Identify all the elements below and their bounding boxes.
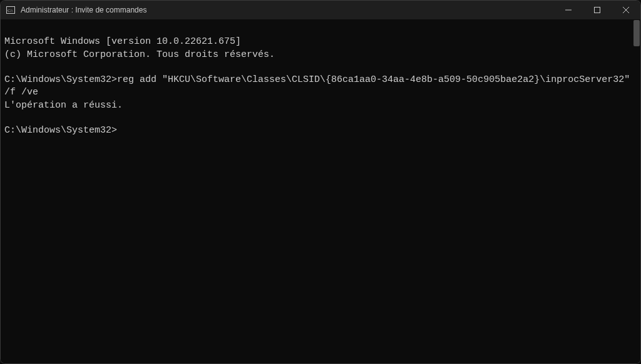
window-title: Administrateur : Invite de commandes — [21, 6, 554, 14]
maximize-button[interactable] — [583, 1, 612, 19]
terminal-line-version: Microsoft Windows [version 10.0.22621.67… — [4, 36, 639, 48]
prompt: C:\Windows\System32> — [4, 74, 117, 85]
terminal-blank — [4, 112, 639, 124]
terminal-prompt-current: C:\Windows\System32> — [4, 124, 639, 137]
minimize-button[interactable] — [554, 1, 583, 19]
cmd-icon: C:\ — [6, 5, 16, 15]
scrollbar-thumb[interactable] — [633, 20, 640, 46]
svg-rect-3 — [595, 8, 600, 13]
window-controls — [554, 1, 640, 19]
terminal-blank — [4, 61, 639, 74]
terminal-line-copyright: (c) Microsoft Corporation. Tous droits r… — [4, 49, 639, 61]
close-button[interactable] — [612, 1, 640, 19]
window-titlebar: C:\ Administrateur : Invite de commandes — [1, 1, 640, 19]
terminal-command-line: C:\Windows\System32>reg add "HKCU\Softwa… — [4, 74, 639, 99]
terminal-output[interactable]: Microsoft Windows [version 10.0.22621.67… — [1, 19, 640, 363]
svg-text:C:\: C:\ — [8, 8, 13, 13]
terminal-result: L'opération a réussi. — [4, 99, 639, 112]
